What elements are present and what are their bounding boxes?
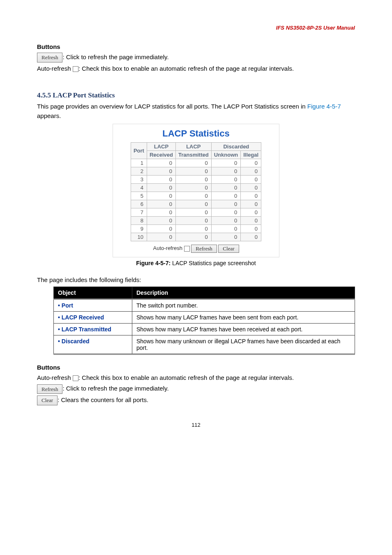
table-cell: 0 xyxy=(176,200,212,208)
refresh-button[interactable]: Refresh xyxy=(37,53,62,62)
fields-intro: The page includes the following fields: xyxy=(37,275,355,285)
table-row: 80000 xyxy=(131,217,261,225)
autorefresh-checkbox[interactable] xyxy=(73,66,78,72)
autorefresh-label: Auto-refresh xyxy=(37,65,73,72)
table-cell: 9 xyxy=(131,225,147,233)
fields-table: Object Description • PortThe switch port… xyxy=(53,287,355,355)
table-cell: 7 xyxy=(131,208,147,217)
table-cell: 6 xyxy=(131,200,147,208)
table-cell: 0 xyxy=(147,184,175,192)
table-cell: 0 xyxy=(241,217,261,225)
table-cell: 0 xyxy=(176,176,212,184)
table-cell: 0 xyxy=(211,208,241,217)
figcaption-bold: Figure 4-5-7: xyxy=(136,260,171,266)
table-row: • DiscardedShows how many unknown or ill… xyxy=(54,335,355,354)
table-cell: 0 xyxy=(211,167,241,176)
table-cell: 0 xyxy=(147,217,175,225)
table-cell: 0 xyxy=(147,167,175,176)
table-cell: 10 xyxy=(131,233,147,241)
table-cell: 0 xyxy=(211,200,241,208)
col-unknown: Unknown xyxy=(211,151,241,159)
table-cell: 0 xyxy=(241,159,261,167)
table-row: • LACP TransmittedShows how many LACP fr… xyxy=(54,323,355,335)
table-cell: 0 xyxy=(241,200,261,208)
fields-col-object: Object xyxy=(54,287,132,299)
table-cell: 0 xyxy=(147,176,175,184)
table-row: 10000 xyxy=(131,159,261,167)
page-number: 112 xyxy=(37,422,355,428)
intro-text-pre: This page provides an overview for LACP … xyxy=(37,103,307,110)
table-cell: 0 xyxy=(176,217,212,225)
field-object: • LACP Received xyxy=(54,311,132,323)
table-cell: 0 xyxy=(176,159,212,167)
col-port: Port xyxy=(131,143,147,159)
table-cell: 1 xyxy=(131,159,147,167)
footer-autorefresh-label: Auto-refresh xyxy=(153,245,182,252)
table-cell: 0 xyxy=(211,233,241,241)
refresh2-button[interactable]: Refresh xyxy=(37,384,62,394)
table-cell: 0 xyxy=(176,192,212,200)
lacp-table: Port LACP LACP Discarded Received Transm… xyxy=(131,142,261,241)
table-cell: 0 xyxy=(241,167,261,176)
table-cell: 0 xyxy=(211,176,241,184)
table-cell: 5 xyxy=(131,192,147,200)
footer-clear-button[interactable]: Clear xyxy=(218,245,239,253)
table-cell: 2 xyxy=(131,167,147,176)
table-cell: 0 xyxy=(147,208,175,217)
table-cell: 0 xyxy=(147,159,175,167)
footer-autorefresh-checkbox[interactable] xyxy=(184,246,190,252)
table-row: 100000 xyxy=(131,233,261,241)
table-cell: 0 xyxy=(211,159,241,167)
table-cell: 0 xyxy=(241,208,261,217)
table-row: • LACP ReceivedShows how many LACP frame… xyxy=(54,311,355,323)
intro-text-post: appears. xyxy=(37,112,61,119)
table-row: 60000 xyxy=(131,200,261,208)
table-cell: 0 xyxy=(176,167,212,176)
refresh2-desc: : Click to refresh the page immediately. xyxy=(62,385,168,392)
table-cell: 0 xyxy=(176,225,212,233)
table-cell: 0 xyxy=(147,233,175,241)
buttons-heading-2: Buttons xyxy=(37,364,355,371)
autorefresh2-label: Auto-refresh xyxy=(37,374,73,381)
footer-refresh-button[interactable]: Refresh xyxy=(191,245,217,253)
table-row: 40000 xyxy=(131,184,261,192)
field-description: The switch port number. xyxy=(132,299,355,311)
lacp-title: LACP Statistics xyxy=(115,128,277,139)
table-row: 90000 xyxy=(131,225,261,233)
table-cell: 0 xyxy=(241,192,261,200)
doc-header: IFS NS3502-8P-2S User Manual xyxy=(37,25,355,31)
table-cell: 0 xyxy=(241,184,261,192)
col-tx-1: LACP xyxy=(176,143,212,151)
table-row: 20000 xyxy=(131,167,261,176)
table-row: 30000 xyxy=(131,176,261,184)
figcaption-text: LACP Statistics page screenshot xyxy=(171,260,256,266)
section-heading: 4.5.5 LACP Port Statistics xyxy=(37,91,355,99)
table-cell: 0 xyxy=(211,184,241,192)
autorefresh-desc: : Check this box to enable an automatic … xyxy=(78,65,294,72)
field-description: Shows how many LACP frames have been rec… xyxy=(132,323,355,335)
table-cell: 0 xyxy=(241,233,261,241)
fields-col-description: Description xyxy=(132,287,355,299)
table-row: 70000 xyxy=(131,208,261,217)
col-illegal: Illegal xyxy=(241,151,261,159)
table-cell: 0 xyxy=(211,217,241,225)
col-recv-1: LACP xyxy=(147,143,175,151)
refresh-desc: : Click to refresh the page immediately. xyxy=(62,53,168,60)
col-discarded: Discarded xyxy=(211,143,261,151)
field-description: Shows how many unknown or illegal LACP f… xyxy=(132,335,355,354)
table-cell: 4 xyxy=(131,184,147,192)
autorefresh2-checkbox[interactable] xyxy=(73,375,78,381)
table-cell: 0 xyxy=(176,233,212,241)
table-cell: 0 xyxy=(176,208,212,217)
field-object: • Port xyxy=(54,299,132,311)
field-object: • LACP Transmitted xyxy=(54,323,132,335)
table-cell: 0 xyxy=(241,176,261,184)
autorefresh2-desc: : Check this box to enable an automatic … xyxy=(78,374,294,381)
lacp-statistics-panel: LACP Statistics Port LACP LACP Discarded… xyxy=(113,124,279,257)
field-description: Shows how many LACP frames have been sen… xyxy=(132,311,355,323)
clear-button[interactable]: Clear xyxy=(37,395,58,405)
table-cell: 0 xyxy=(176,184,212,192)
col-tx-2: Transmitted xyxy=(176,151,212,159)
table-cell: 0 xyxy=(147,225,175,233)
table-row: 50000 xyxy=(131,192,261,200)
